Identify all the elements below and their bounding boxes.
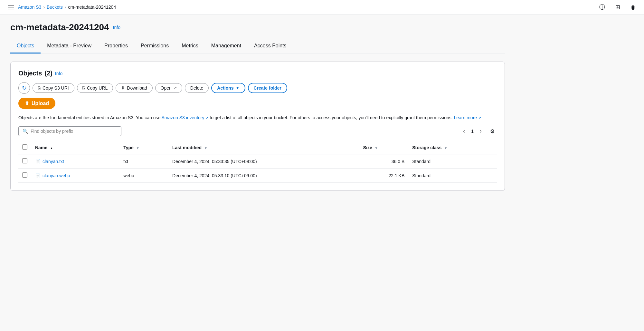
info-circle-icon[interactable]: ⓘ <box>598 3 607 12</box>
search-input[interactable] <box>31 129 117 134</box>
hamburger-menu[interactable] <box>6 4 15 11</box>
objects-table: Name ▲ Type ▼ Last modified ▼ Size ▼ <box>18 141 497 183</box>
page-prev-button[interactable]: ‹ <box>459 127 469 136</box>
card-count: (2) <box>44 70 52 77</box>
upload-button[interactable]: ⬆ Upload <box>18 98 55 109</box>
tabs-container: Objects Metadata - Preview Properties Pe… <box>10 39 505 54</box>
table-row: 📄 clanyan.txt txt December 4, 2024, 05:3… <box>18 154 497 169</box>
inventory-external-icon: ↗ <box>205 116 208 120</box>
tab-management[interactable]: Management <box>205 39 248 54</box>
learn-more-external-icon: ↗ <box>478 116 481 120</box>
refresh-button[interactable]: ↻ <box>18 82 30 94</box>
open-label-text: Open <box>161 85 172 91</box>
table-row: 📄 clanyan.webp webp December 4, 2024, 05… <box>18 169 497 183</box>
create-folder-button[interactable]: Create folder <box>248 83 287 93</box>
delete-button[interactable]: Delete <box>185 83 209 93</box>
breadcrumb-separator-1: › <box>43 5 45 10</box>
tab-permissions[interactable]: Permissions <box>134 39 175 54</box>
tab-metadata[interactable]: Metadata - Preview <box>41 39 98 54</box>
page-number: 1 <box>471 129 474 134</box>
actions-dropdown-icon: ▼ <box>236 86 240 90</box>
search-magnify-icon: 🔍 <box>23 129 28 134</box>
col-header-name[interactable]: Name ▲ <box>31 141 119 154</box>
copy-s3-uri-icon: ⎘ <box>38 85 41 91</box>
tab-metrics[interactable]: Metrics <box>175 39 205 54</box>
open-button[interactable]: Open ↗ <box>155 83 182 93</box>
col-header-storage-class[interactable]: Storage class ▼ <box>408 141 497 154</box>
row-checkbox-0[interactable] <box>22 158 27 163</box>
actions-button[interactable]: Actions ▼ <box>211 83 245 93</box>
type-sort-icon: ▼ <box>136 146 139 150</box>
col-header-type[interactable]: Type ▼ <box>119 141 168 154</box>
col-header-last-modified[interactable]: Last modified ▼ <box>168 141 359 154</box>
row-checkbox-1[interactable] <box>22 172 27 178</box>
card-header: Objects (2) Info <box>18 70 497 77</box>
refresh-icon: ↻ <box>22 84 27 92</box>
breadcrumb: Amazon S3 › Buckets › cm-metadata-202412… <box>18 5 116 10</box>
inventory-link[interactable]: Amazon S3 inventory ↗ <box>161 115 210 120</box>
page-next-button[interactable]: › <box>476 127 485 136</box>
modified-sort-icon: ▼ <box>204 146 207 150</box>
search-row: 🔍 ‹ 1 › ⚙ <box>18 126 497 136</box>
storage-sort-icon: ▼ <box>444 146 447 150</box>
tab-objects[interactable]: Objects <box>10 39 41 54</box>
copy-s3-uri-button[interactable]: ⎘ Copy S3 URI <box>33 83 74 93</box>
toolbar-row2: ⬆ Upload <box>18 98 497 109</box>
size-sort-icon: ▼ <box>375 146 378 150</box>
card-info-link[interactable]: Info <box>55 71 62 76</box>
breadcrumb-separator-2: › <box>65 5 66 10</box>
upload-icon: ⬆ <box>25 100 29 106</box>
objects-card: Objects (2) Info ↻ ⎘ Copy S3 URI ⎘ Copy … <box>10 62 505 191</box>
copy-url-button[interactable]: ⎘ Copy URL <box>77 83 113 93</box>
nav-icons: ⓘ ⊞ ◉ <box>598 3 638 12</box>
open-external-icon: ↗ <box>174 86 177 90</box>
page-info-link[interactable]: Info <box>113 25 120 30</box>
top-nav: Amazon S3 › Buckets › cm-metadata-202412… <box>0 0 644 15</box>
table-settings-button[interactable]: ⚙ <box>488 127 497 136</box>
page-title-row: cm-metadata-20241204 Info <box>10 22 505 33</box>
copy-url-icon: ⎘ <box>82 85 85 91</box>
search-input-wrapper: 🔍 <box>18 126 121 136</box>
file-doc-icon-1: 📄 <box>35 173 41 178</box>
select-all-checkbox[interactable] <box>22 144 27 150</box>
card-title: Objects <box>18 70 42 77</box>
file-link-1[interactable]: 📄 clanyan.webp <box>35 173 116 178</box>
file-link-0[interactable]: 📄 clanyan.txt <box>35 159 116 164</box>
name-sort-icon: ▲ <box>50 146 53 150</box>
breadcrumb-buckets[interactable]: Buckets <box>47 5 63 10</box>
download-icon: ⬇ <box>121 85 125 91</box>
import-icon[interactable]: ⊞ <box>613 3 622 12</box>
shield-icon[interactable]: ◉ <box>629 3 638 12</box>
toolbar-row1: ↻ ⎘ Copy S3 URI ⎘ Copy URL ⬇ Download Op… <box>18 82 497 94</box>
tab-properties[interactable]: Properties <box>98 39 134 54</box>
breadcrumb-amazon-s3[interactable]: Amazon S3 <box>18 5 41 10</box>
pagination-controls: ‹ 1 › ⚙ <box>459 127 497 136</box>
objects-description: Objects are the fundamental entities sto… <box>18 114 497 121</box>
col-header-size[interactable]: Size ▼ <box>359 141 409 154</box>
col-header-checkbox <box>18 141 31 154</box>
file-doc-icon-0: 📄 <box>35 159 41 164</box>
download-button[interactable]: ⬇ Download <box>116 83 152 93</box>
learn-more-link[interactable]: Learn more ↗ <box>454 115 481 120</box>
page-title: cm-metadata-20241204 <box>10 22 109 33</box>
breadcrumb-current: cm-metadata-20241204 <box>68 5 116 10</box>
tab-access-points[interactable]: Access Points <box>248 39 293 54</box>
